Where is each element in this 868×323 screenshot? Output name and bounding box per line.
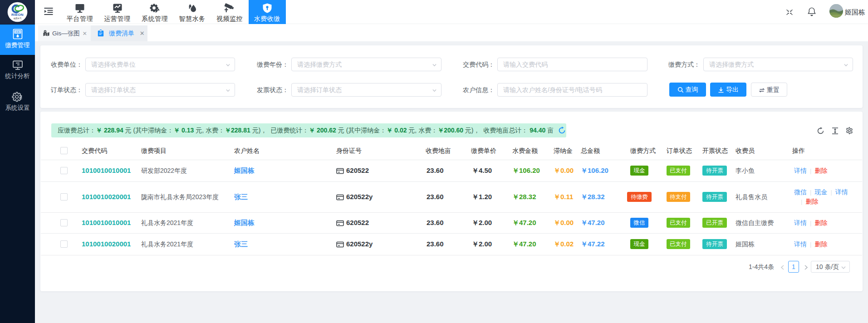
svg-text:瑞恩电气: 瑞恩电气 xyxy=(13,17,22,20)
svg-text:RIEON: RIEON xyxy=(11,13,24,17)
